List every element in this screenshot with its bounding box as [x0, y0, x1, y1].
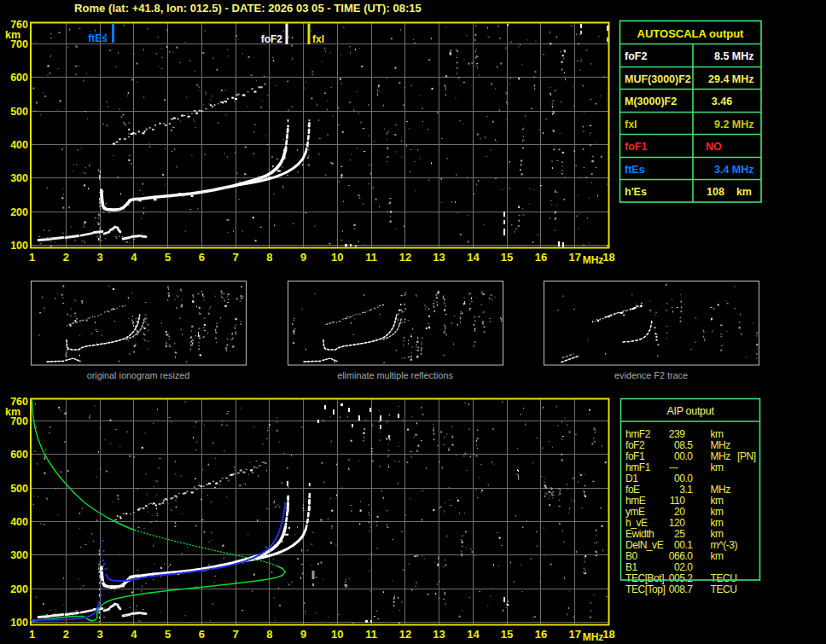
svg-text:12: 12	[399, 628, 411, 641]
svg-text:600: 600	[10, 449, 28, 461]
svg-text:foF2: foF2	[261, 33, 283, 45]
svg-text:10: 10	[331, 251, 343, 264]
svg-text:14: 14	[467, 628, 480, 641]
svg-text:108: 108	[707, 186, 724, 198]
svg-text:6: 6	[199, 251, 205, 264]
svg-text:066.0: 066.0	[669, 550, 694, 562]
svg-text:hmE: hmE	[625, 495, 646, 507]
svg-text:h'Es: h'Es	[625, 186, 647, 198]
svg-text:10: 10	[331, 628, 343, 641]
svg-text:02.0: 02.0	[674, 561, 693, 573]
svg-text:239: 239	[669, 428, 685, 440]
svg-text:100: 100	[10, 617, 28, 629]
svg-text:TEC[Top]: TEC[Top]	[625, 583, 666, 595]
svg-text:13: 13	[433, 251, 445, 264]
svg-text:DelN_vE: DelN_vE	[625, 539, 664, 551]
svg-text:500: 500	[10, 483, 28, 495]
svg-text:005.2: 005.2	[669, 572, 694, 584]
svg-text:4: 4	[131, 628, 137, 641]
svg-text:foF2: foF2	[625, 50, 647, 62]
svg-text:300: 300	[10, 172, 28, 184]
svg-text:MHz: MHz	[583, 631, 604, 643]
svg-text:7: 7	[232, 251, 238, 264]
svg-text:km: km	[711, 550, 724, 562]
svg-text:eliminate multiple reflections: eliminate multiple reflections	[337, 370, 453, 380]
svg-text:11: 11	[365, 251, 377, 264]
svg-text:---: ---	[669, 461, 678, 473]
svg-text:17: 17	[568, 628, 580, 641]
svg-text:km: km	[711, 461, 724, 473]
svg-text:m^(-3): m^(-3)	[711, 539, 738, 551]
svg-text:3.4 MHz: 3.4 MHz	[714, 164, 754, 176]
svg-text:3: 3	[96, 628, 102, 641]
svg-text:16: 16	[535, 628, 547, 641]
svg-text:25: 25	[674, 528, 685, 540]
svg-text:400: 400	[10, 516, 28, 528]
svg-text:15: 15	[501, 251, 513, 264]
svg-text:Rome (lat: +41.8, lon: 012.5): Rome (lat: +41.8, lon: 012.5) - DATE: 20…	[74, 2, 422, 15]
svg-text:foF1: foF1	[625, 450, 645, 462]
svg-text:B1: B1	[625, 561, 638, 573]
svg-text:ftEs: ftEs	[88, 32, 108, 44]
svg-text:km: km	[711, 528, 724, 540]
svg-text:400: 400	[10, 139, 28, 151]
svg-text:300: 300	[10, 549, 28, 561]
svg-text:original ionogram resized: original ionogram resized	[87, 370, 190, 380]
svg-text:km: km	[711, 517, 724, 529]
svg-text:1: 1	[29, 628, 35, 641]
svg-text:3.1: 3.1	[679, 484, 693, 496]
svg-text:200: 200	[10, 206, 28, 218]
svg-text:008.7: 008.7	[669, 583, 694, 595]
svg-text:B0: B0	[625, 550, 638, 562]
svg-text:km: km	[711, 506, 724, 518]
svg-text:2: 2	[63, 251, 69, 264]
svg-text:TEC[Bot]: TEC[Bot]	[625, 572, 664, 584]
svg-text:D1: D1	[625, 473, 638, 484]
svg-text:km: km	[736, 186, 752, 198]
svg-text:MUF(3000)F2: MUF(3000)F2	[625, 73, 691, 85]
svg-text:18: 18	[602, 251, 614, 264]
svg-text:evidence F2 trace: evidence F2 trace	[614, 370, 688, 380]
svg-text:km: km	[5, 29, 20, 41]
svg-text:3: 3	[96, 251, 102, 264]
svg-text:km: km	[711, 495, 724, 507]
svg-text:11: 11	[365, 628, 377, 641]
svg-text:14: 14	[467, 251, 480, 264]
svg-text:8: 8	[266, 251, 272, 264]
svg-text:7: 7	[232, 628, 238, 641]
svg-text:500: 500	[10, 106, 28, 118]
svg-text:6: 6	[199, 628, 205, 641]
svg-text:hmF2: hmF2	[625, 428, 651, 440]
svg-text:foF1: foF1	[625, 141, 647, 153]
svg-text:1: 1	[29, 251, 35, 264]
svg-text:fxI: fxI	[625, 119, 637, 131]
svg-text:TECU: TECU	[711, 583, 737, 595]
svg-text:2: 2	[63, 628, 69, 641]
svg-text:15: 15	[501, 628, 513, 641]
svg-text:29.4 MHz: 29.4 MHz	[708, 73, 754, 85]
svg-text:h_vE: h_vE	[625, 517, 648, 529]
svg-text:foF2: foF2	[625, 439, 645, 451]
svg-text:120: 120	[669, 517, 685, 529]
svg-text:17: 17	[568, 251, 580, 264]
svg-text:8.5 MHz: 8.5 MHz	[714, 50, 754, 62]
svg-text:AIP output: AIP output	[666, 405, 714, 417]
svg-text:km: km	[711, 428, 724, 440]
svg-text:fxI: fxI	[312, 33, 324, 45]
svg-text:00.1: 00.1	[674, 539, 693, 551]
svg-text:MHz: MHz	[583, 254, 604, 266]
svg-text:9: 9	[300, 251, 306, 264]
svg-text:8: 8	[266, 628, 272, 641]
svg-text:MHz: MHz	[711, 439, 731, 451]
svg-text:5: 5	[165, 628, 171, 641]
svg-text:00.0: 00.0	[674, 450, 693, 462]
svg-text:km: km	[5, 406, 20, 418]
svg-text:TECU: TECU	[711, 572, 737, 584]
svg-text:4: 4	[131, 251, 137, 264]
svg-text:16: 16	[535, 251, 547, 264]
svg-text:12: 12	[399, 251, 411, 264]
svg-text:3.46: 3.46	[712, 96, 732, 107]
svg-text:Ewidth: Ewidth	[625, 528, 654, 540]
svg-text:foE: foE	[625, 484, 640, 496]
svg-text:00.0: 00.0	[674, 473, 693, 484]
